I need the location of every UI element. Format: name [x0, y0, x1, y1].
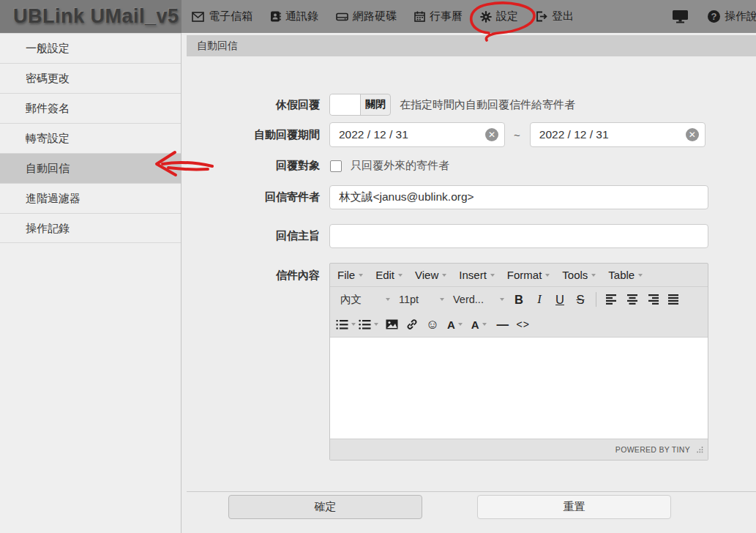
- reply-sender-row: 回信寄件者: [187, 185, 756, 209]
- nav-calendar[interactable]: 行事曆: [414, 10, 463, 23]
- align-right-button[interactable]: [643, 289, 663, 310]
- nav-label: 電子信箱: [209, 10, 252, 23]
- font-size-select[interactable]: 11pt: [394, 294, 449, 305]
- chevron-down-icon: [591, 274, 596, 277]
- chevron-down-icon: [374, 323, 378, 326]
- reply-subject-input[interactable]: [329, 224, 708, 248]
- editor-toolbar-2: ☺ A A — <>: [330, 312, 708, 337]
- sidebar-item-operation-log[interactable]: 操作記錄: [0, 213, 181, 243]
- strikethrough-button[interactable]: S: [570, 289, 591, 310]
- align-center-button[interactable]: [622, 289, 643, 310]
- mail-content-label: 信件內容: [187, 263, 329, 283]
- powered-by-tiny-label: POWERED BY TINY: [615, 445, 690, 454]
- menu-edit[interactable]: Edit: [375, 269, 403, 281]
- clear-end-date-icon[interactable]: ✕: [686, 128, 699, 141]
- horizontal-rule-button[interactable]: —: [493, 314, 513, 335]
- topbar-right: ? 操作說明: [672, 0, 756, 33]
- end-date-input[interactable]: [530, 122, 706, 147]
- chevron-down-icon: [386, 298, 390, 301]
- menu-view[interactable]: View: [415, 269, 446, 281]
- editor-content[interactable]: [330, 337, 708, 439]
- menu-format[interactable]: Format: [507, 269, 550, 281]
- numbered-list-icon: [336, 319, 348, 330]
- end-date-wrap: ✕: [530, 122, 706, 147]
- menu-table[interactable]: Table: [608, 269, 643, 281]
- nav-settings[interactable]: 設定: [480, 10, 518, 23]
- sidebar-item-forwarding[interactable]: 轉寄設定: [0, 123, 181, 153]
- help-icon: ?: [708, 10, 720, 23]
- sidebar-item-advanced-filter[interactable]: 進階過濾器: [0, 183, 181, 213]
- resize-grip-icon[interactable]: [696, 446, 703, 453]
- align-justify-icon: [667, 294, 679, 305]
- app-title: UBLink UMail_v5: [0, 0, 181, 33]
- bullet-list-button[interactable]: [359, 319, 378, 330]
- chevron-down-icon: [351, 323, 356, 326]
- contacts-icon: [270, 11, 281, 22]
- menu-tools[interactable]: Tools: [562, 269, 596, 281]
- menu-file[interactable]: File: [337, 269, 363, 281]
- sidebar-item-mail-signature[interactable]: 郵件簽名: [0, 93, 181, 123]
- sidebar-item-general-settings[interactable]: 一般設定: [0, 33, 181, 63]
- top-nav: 電子信箱 通訊錄 網路硬碟 行事曆 設定 登出: [181, 0, 591, 33]
- sidebar-item-password-change[interactable]: 密碼更改: [0, 63, 181, 93]
- start-date-input[interactable]: [329, 122, 505, 147]
- nav-drive[interactable]: 網路硬碟: [336, 10, 397, 23]
- align-left-icon: [606, 294, 618, 305]
- underline-button[interactable]: U: [550, 289, 570, 310]
- rich-text-editor: File Edit View Insert Format Tools Table…: [329, 263, 708, 461]
- toggle-state-label: 關閉: [361, 94, 390, 115]
- reply-sender-input[interactable]: [329, 185, 708, 209]
- chevron-down-icon: [490, 274, 495, 277]
- nav-label: 操作說明: [725, 10, 756, 23]
- confirm-button[interactable]: 確定: [228, 495, 422, 519]
- font-family-select[interactable]: Verd...: [449, 294, 509, 305]
- topbar: UBLink UMail_v5 電子信箱 通訊錄 網路硬碟 行事曆 設定: [0, 0, 756, 33]
- nav-contacts[interactable]: 通訊錄: [270, 10, 318, 23]
- vacation-reply-toggle[interactable]: 關閉: [329, 94, 391, 116]
- bold-button[interactable]: B: [509, 289, 529, 310]
- numbered-list-button[interactable]: [336, 319, 356, 330]
- align-center-icon: [626, 294, 638, 305]
- nav-label: 登出: [552, 10, 574, 23]
- panel-title: 自動回信: [187, 35, 756, 56]
- menu-insert[interactable]: Insert: [459, 269, 495, 281]
- block-style-select[interactable]: 內文: [336, 293, 394, 307]
- vacation-reply-hint: 在指定時間內自動回覆信件給寄件者: [400, 98, 575, 112]
- monitor-icon[interactable]: [672, 10, 689, 23]
- editor-statusbar: POWERED BY TINY: [330, 439, 708, 460]
- reply-period-label: 自動回覆期間: [187, 128, 329, 142]
- external-only-label: 只回覆外來的寄件者: [351, 159, 449, 173]
- nav-help[interactable]: ? 操作說明: [708, 10, 756, 23]
- italic-button[interactable]: I: [529, 289, 550, 310]
- insert-link-button[interactable]: [402, 314, 422, 335]
- main-panel: 自動回信 休假回覆 關閉 在指定時間內自動回覆信件給寄件者 自動回覆期間 ✕ ~…: [187, 33, 756, 533]
- action-buttons: 確定 重置: [228, 495, 756, 519]
- reply-subject-label: 回信主旨: [187, 229, 329, 243]
- editor-menubar: File Edit View Insert Format Tools Table: [330, 264, 708, 287]
- text-color-button[interactable]: A: [447, 318, 463, 331]
- justify-button[interactable]: [663, 289, 684, 310]
- chevron-down-icon: [458, 323, 463, 326]
- external-only-checkbox[interactable]: [330, 160, 342, 172]
- align-left-button[interactable]: [602, 289, 622, 310]
- toolbar-separator: [596, 292, 596, 307]
- chevron-down-icon: [398, 274, 403, 277]
- settings-sidebar: 一般設定 密碼更改 郵件簽名 轉寄設定 自動回信 進階過濾器 操作記錄: [0, 33, 181, 533]
- nav-label: 網路硬碟: [353, 10, 397, 23]
- chevron-down-icon: [545, 274, 550, 277]
- nav-logout[interactable]: 登出: [536, 10, 574, 23]
- align-right-icon: [647, 294, 659, 305]
- emoji-button[interactable]: ☺: [422, 314, 443, 335]
- insert-image-button[interactable]: [381, 314, 402, 335]
- nav-label: 通訊錄: [285, 10, 318, 23]
- chevron-down-icon: [359, 274, 363, 277]
- source-code-button[interactable]: <>: [513, 314, 534, 335]
- date-range-separator: ~: [514, 129, 520, 141]
- chevron-down-icon: [638, 274, 643, 277]
- background-color-button[interactable]: A: [471, 318, 487, 331]
- reset-button[interactable]: 重置: [477, 495, 671, 519]
- nav-mailbox[interactable]: 電子信箱: [192, 10, 252, 23]
- logout-icon: [536, 11, 547, 22]
- clear-start-date-icon[interactable]: ✕: [485, 128, 498, 141]
- sidebar-item-auto-reply[interactable]: 自動回信: [0, 153, 181, 183]
